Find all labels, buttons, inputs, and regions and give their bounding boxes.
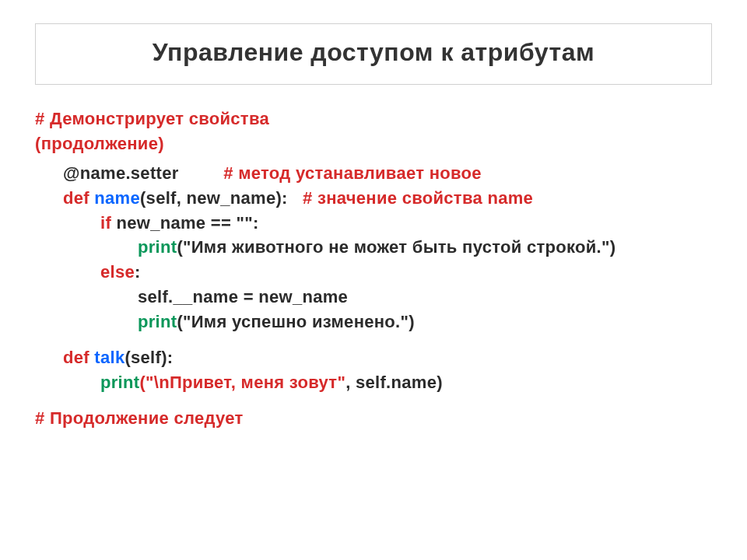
if-keyword: if bbox=[100, 213, 111, 233]
title-box: Управление доступом к атрибутам bbox=[35, 23, 712, 85]
comment-line-2: (продолжение) bbox=[35, 131, 712, 156]
decorator-line: @name.setter # метод устанавливает новое bbox=[35, 161, 712, 186]
else-line: else: bbox=[35, 260, 712, 285]
decorator-text: @name.setter bbox=[63, 163, 179, 183]
else-keyword: else bbox=[100, 262, 135, 282]
def-args-1: (self, new_name): bbox=[140, 188, 288, 208]
code-block: # Демонстрирует свойства (продолжение) @… bbox=[35, 107, 712, 431]
def-args-2: (self): bbox=[124, 348, 173, 367]
def-talk-line: def talk(self): bbox=[35, 345, 712, 370]
print-3-line: print("\nПривет, меня зовут", self.name) bbox=[35, 370, 712, 395]
def-func-name-2: talk bbox=[94, 348, 124, 367]
print-2-args: ("Имя успешно изменено.") bbox=[177, 312, 414, 331]
assign-line: self.__name = new_name bbox=[35, 285, 712, 310]
def-keyword-2: def bbox=[63, 348, 94, 367]
if-line: if new_name == "": bbox=[35, 211, 712, 236]
footer-comment: # Продолжение следует bbox=[35, 406, 712, 431]
slide-title: Управление доступом к атрибутам bbox=[44, 38, 703, 67]
slide-container: Управление доступом к атрибутам # Демонс… bbox=[0, 0, 747, 560]
print-3-arg-a: ("\nПривет, меня зовут" bbox=[139, 373, 345, 392]
decorator-comment: # метод устанавливает новое bbox=[223, 163, 482, 183]
print-1-line: print("Имя животного не может быть пусто… bbox=[35, 235, 712, 260]
print-3-func: print bbox=[100, 373, 139, 392]
def-func-name-1: name bbox=[94, 188, 140, 208]
def-comment-1: # значение свойства name bbox=[303, 188, 533, 208]
comment-line-1: # Демонстрирует свойства bbox=[35, 107, 712, 131]
print-1-func: print bbox=[138, 237, 177, 257]
print-3-arg-b: , self.name) bbox=[345, 373, 443, 392]
def-keyword-1: def bbox=[63, 188, 94, 208]
else-colon: : bbox=[135, 262, 141, 282]
print-1-args: ("Имя животного не может быть пустой стр… bbox=[177, 237, 615, 257]
if-condition: new_name == "": bbox=[111, 213, 259, 233]
print-2-line: print("Имя успешно изменено.") bbox=[35, 310, 712, 334]
print-2-func: print bbox=[138, 312, 177, 331]
def-name-line: def name(self, new_name): # значение сво… bbox=[35, 186, 712, 211]
